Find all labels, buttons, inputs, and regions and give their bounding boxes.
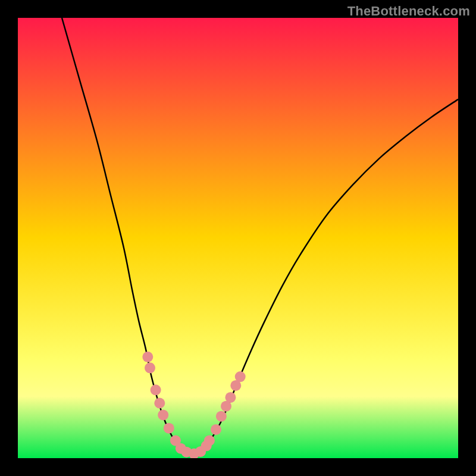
chart-svg	[18, 18, 458, 458]
data-marker	[145, 362, 155, 373]
outer-frame: TheBottleneck.com	[0, 0, 476, 476]
data-marker	[235, 371, 246, 382]
data-marker	[225, 392, 236, 403]
data-marker	[204, 435, 215, 446]
data-marker	[164, 423, 174, 434]
data-marker	[211, 424, 221, 435]
data-marker	[151, 384, 161, 395]
data-marker	[142, 352, 153, 362]
data-marker	[154, 398, 165, 409]
data-marker	[216, 411, 227, 422]
data-marker	[158, 409, 168, 420]
watermark-text: TheBottleneck.com	[347, 4, 470, 19]
gradient-background	[18, 18, 458, 458]
plot-area	[18, 18, 458, 458]
